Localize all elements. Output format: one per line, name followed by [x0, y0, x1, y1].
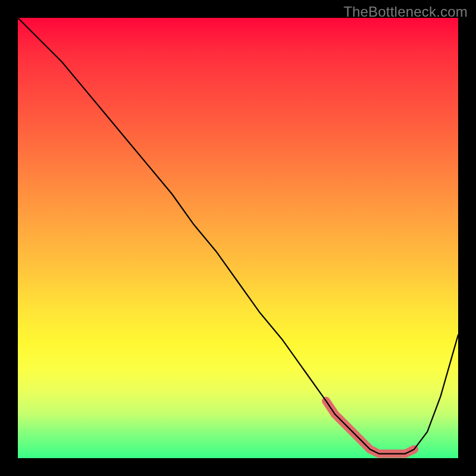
- highlight-segment: [326, 401, 414, 454]
- plot-area: [18, 18, 458, 458]
- curve-line: [18, 18, 458, 454]
- chart-container: TheBottleneck.com: [0, 0, 476, 476]
- chart-svg: [18, 18, 458, 458]
